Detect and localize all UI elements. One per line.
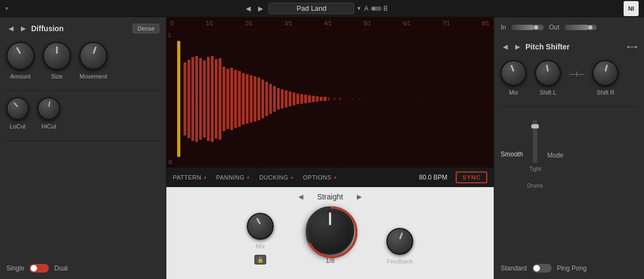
bottom-mix-knob[interactable] bbox=[247, 213, 274, 240]
svg-rect-22 bbox=[238, 71, 241, 127]
svg-rect-24 bbox=[246, 74, 248, 124]
single-label: Single bbox=[6, 264, 24, 272]
diffusion-prev-button[interactable]: ◀ bbox=[6, 24, 16, 33]
ruler-2: 2/1 bbox=[245, 20, 253, 26]
link-icon[interactable]: ⟷ bbox=[627, 42, 638, 51]
mode-selector: ◀ Straight ▶ bbox=[298, 192, 362, 201]
svg-rect-18 bbox=[223, 67, 225, 131]
viz-body[interactable]: L R bbox=[166, 30, 494, 168]
svg-rect-46 bbox=[334, 98, 335, 100]
options-button[interactable]: OPTIONS ▲ bbox=[303, 174, 338, 181]
bpm-value: 80.0 BPM bbox=[419, 174, 448, 181]
svg-rect-39 bbox=[304, 95, 307, 103]
smooth-header: Smooth Tight Drums Mode bbox=[501, 120, 638, 189]
ruler-3: 3/1 bbox=[284, 20, 292, 26]
svg-rect-35 bbox=[289, 91, 291, 106]
movement-knob[interactable] bbox=[79, 42, 107, 70]
amount-knob[interactable] bbox=[6, 42, 34, 70]
movement-label: Movement bbox=[79, 73, 107, 80]
controls-bar: PATTERN ▲ PANNING ▲ DUCKING ▲ OPTIONS ▲ … bbox=[166, 168, 494, 187]
smooth-label: Smooth bbox=[501, 151, 523, 158]
r-label: R bbox=[169, 160, 172, 166]
pingpong-label: Ping Pong bbox=[557, 264, 587, 272]
lock-button[interactable]: 🔓 bbox=[254, 255, 266, 264]
pitch-prev-button[interactable]: ◀ bbox=[501, 42, 510, 52]
svg-rect-10 bbox=[192, 57, 194, 141]
ab-toggle[interactable]: A B bbox=[364, 5, 387, 12]
out-meter bbox=[565, 25, 597, 30]
pitch-mix-knob[interactable] bbox=[501, 60, 526, 86]
dual-label: Dual bbox=[54, 264, 68, 272]
standard-pingpong-toggle[interactable] bbox=[532, 264, 552, 273]
shift-l-knob[interactable] bbox=[535, 60, 561, 86]
mode-prev-button[interactable]: ◀ bbox=[298, 193, 303, 201]
feedback-knob[interactable] bbox=[386, 228, 413, 255]
svg-rect-48 bbox=[346, 98, 347, 99]
time-label: 1/8 bbox=[326, 257, 335, 264]
preset-name[interactable]: Pad Land bbox=[268, 3, 354, 14]
amount-knob-group: Amount bbox=[6, 42, 34, 80]
bottom-section: ◀ Straight ▶ Mix 🔓 bbox=[166, 187, 494, 279]
pattern-button[interactable]: PATTERN ▲ bbox=[173, 174, 208, 181]
svg-rect-47 bbox=[339, 98, 341, 100]
sync-button[interactable]: SYNC bbox=[456, 171, 487, 183]
visualizer-area: 0 1/1 2/1 3/1 4/1 5/1 6/1 7/1 8/1 L R bbox=[166, 17, 494, 168]
viz-ruler: 0 1/1 2/1 3/1 4/1 5/1 6/1 7/1 8/1 bbox=[166, 17, 494, 30]
ab-dot[interactable] bbox=[371, 6, 382, 11]
ducking-button[interactable]: DUCKING ▲ bbox=[259, 174, 295, 181]
ruler-7: 7/1 bbox=[442, 20, 450, 26]
top-bar: ▾ ◀ ▶ Pad Land ▾ A B NI bbox=[0, 0, 644, 17]
preset-next-button[interactable]: ▶ bbox=[256, 4, 265, 13]
level-bar bbox=[177, 41, 180, 157]
svg-rect-49 bbox=[353, 98, 354, 99]
svg-rect-12 bbox=[199, 58, 202, 140]
svg-rect-40 bbox=[308, 95, 311, 103]
lock-icon: 🔓 bbox=[257, 257, 264, 263]
svg-rect-38 bbox=[301, 94, 303, 104]
ruler-8: 8/1 bbox=[482, 20, 489, 26]
shift-l-knob-group: Shift L bbox=[535, 60, 561, 96]
ducking-arrow: ▲ bbox=[290, 175, 294, 180]
in-meter bbox=[511, 25, 544, 30]
preset-dropdown-arrow[interactable]: ▾ bbox=[357, 5, 361, 12]
time-knob[interactable] bbox=[306, 206, 354, 255]
chevron-down-icon[interactable]: ▾ bbox=[5, 5, 8, 11]
shift-divider: —I— bbox=[569, 70, 584, 78]
svg-rect-27 bbox=[258, 77, 260, 120]
preset-prev-button[interactable]: ◀ bbox=[244, 4, 253, 13]
hicut-knob-group: HiCut bbox=[38, 97, 60, 130]
pitch-shifter-section: ◀ ▶ Pitch Shifter ⟷ Mix Shift L —I— Shif… bbox=[501, 42, 638, 100]
feedback-label: Feedback bbox=[387, 258, 413, 264]
pitch-next-button[interactable]: ▶ bbox=[513, 42, 522, 52]
ab-b-label: B bbox=[384, 5, 388, 12]
out-meter-fill bbox=[565, 25, 589, 30]
size-knob[interactable] bbox=[43, 42, 71, 70]
svg-rect-25 bbox=[250, 75, 252, 123]
out-meter-knob[interactable] bbox=[588, 25, 592, 30]
smooth-slider-thumb[interactable] bbox=[531, 124, 539, 128]
single-dual-toggle[interactable] bbox=[30, 264, 49, 273]
svg-rect-23 bbox=[242, 73, 245, 125]
in-meter-knob[interactable] bbox=[534, 25, 538, 30]
locut-knob[interactable] bbox=[6, 97, 29, 120]
shift-r-knob[interactable] bbox=[592, 60, 618, 86]
mode-text: Mode bbox=[547, 152, 564, 159]
pattern-label: PATTERN bbox=[173, 174, 201, 181]
svg-rect-32 bbox=[277, 88, 280, 110]
diffusion-next-button[interactable]: ▶ bbox=[19, 24, 28, 33]
l-label: L bbox=[169, 32, 172, 38]
top-bar-left: ▾ bbox=[5, 5, 8, 11]
ruler-4: 4/1 bbox=[324, 20, 332, 26]
diffusion-badge[interactable]: Dense bbox=[133, 24, 159, 33]
panning-button[interactable]: PANNING ▲ bbox=[216, 174, 251, 181]
smooth-slider[interactable] bbox=[533, 120, 537, 163]
svg-rect-29 bbox=[265, 82, 268, 116]
hicut-knob[interactable] bbox=[38, 97, 60, 120]
pitch-title: Pitch Shifter bbox=[525, 42, 624, 51]
svg-rect-19 bbox=[226, 69, 229, 129]
svg-rect-13 bbox=[203, 60, 206, 138]
pitch-mix-label: Mix bbox=[509, 89, 518, 96]
ruler-5: 5/1 bbox=[363, 20, 371, 26]
mode-next-button[interactable]: ▶ bbox=[357, 193, 362, 201]
ab-a-label: A bbox=[364, 5, 368, 12]
